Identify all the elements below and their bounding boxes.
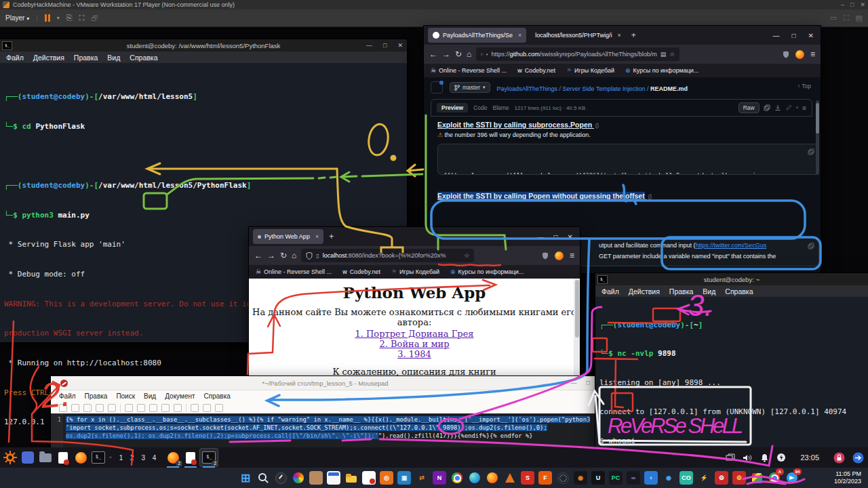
taskbar-app-icon[interactable]: ⊞ xyxy=(239,471,252,485)
maximize-button[interactable]: □ xyxy=(554,233,558,241)
tab-localhost-phptwig[interactable]: localhost/lesson5/PHPTwig/i× xyxy=(530,28,625,43)
bookmark-item[interactable]: ⚑Игры Кодебай xyxy=(566,67,614,74)
minimize-button[interactable]: — xyxy=(366,42,372,49)
taskbar-app-icon[interactable]: CO xyxy=(679,471,693,485)
tab-preview[interactable]: Preview xyxy=(437,103,468,113)
firefox-launcher-icon[interactable] xyxy=(72,449,90,466)
taskbar-app-icon[interactable] xyxy=(309,471,323,485)
taskbar-firefox-window[interactable]: 2 xyxy=(164,449,182,466)
session-icon[interactable] xyxy=(852,452,864,464)
taskbar-app-icon[interactable]: A xyxy=(768,471,781,485)
terminal-flask-titlebar[interactable]: $_ student@codeby: /var/www/html/lesson5… xyxy=(0,39,407,52)
reload-icon[interactable]: ↻ xyxy=(455,49,462,59)
terminal-launcher-icon[interactable]: $_ xyxy=(90,449,107,466)
bookmark-item[interactable]: ⊕Курсы по информаци... xyxy=(450,268,524,275)
taskbar-app-icon[interactable] xyxy=(344,471,358,485)
outline-icon[interactable]: ≡ xyxy=(802,104,806,112)
codeby-menu-icon[interactable] xyxy=(1,449,19,466)
menu-item[interactable]: Документ xyxy=(165,392,195,400)
breadcrumb-folder-link[interactable]: Server Side Template Injection xyxy=(563,85,646,92)
close-button[interactable]: ✕ xyxy=(397,42,403,49)
taskbar-app-icon[interactable] xyxy=(274,471,288,485)
save-as-icon[interactable] xyxy=(96,404,104,412)
pocket-shield-icon[interactable] xyxy=(783,51,789,58)
power-manager-icon[interactable] xyxy=(776,453,786,462)
taskbar-app-icon[interactable]: S xyxy=(521,471,534,485)
expand-view-icon[interactable]: ⛶ xyxy=(844,14,849,22)
branch-selector-button[interactable]: master▾ xyxy=(450,82,490,93)
find-icon[interactable] xyxy=(191,404,199,412)
console-view-icon[interactable]: ▭ xyxy=(829,14,836,22)
menu-item[interactable]: Справка xyxy=(725,287,753,296)
home-icon[interactable]: ⌂ xyxy=(292,251,296,260)
taskbar-app-icon[interactable] xyxy=(486,471,499,485)
pause-dropdown-icon[interactable]: ▾ xyxy=(57,15,60,21)
sidebar-toggle-icon[interactable] xyxy=(431,81,443,94)
edit-dropdown-icon[interactable]: ▾ xyxy=(796,105,799,110)
menu-item[interactable]: Файл xyxy=(6,54,24,62)
taskbar-app-icon[interactable]: F xyxy=(538,471,552,485)
taskbar-app-icon[interactable] xyxy=(256,471,270,485)
taskbar-app-icon[interactable] xyxy=(468,471,481,485)
vmware-maximize-button[interactable]: □ xyxy=(850,0,854,9)
back-icon[interactable]: ← xyxy=(429,49,437,59)
send-ctrl-alt-del-icon[interactable]: ⎘ xyxy=(66,14,73,22)
anchor-link-icon[interactable] xyxy=(647,194,653,200)
taskbar-app-icon[interactable]: ⚡ xyxy=(697,471,711,485)
forward-icon[interactable]: → xyxy=(267,251,275,260)
tab-python-web-app[interactable]: Python Web App× xyxy=(253,229,323,244)
home-icon[interactable]: ⌂ xyxy=(467,49,471,59)
file-manager-icon[interactable] xyxy=(37,449,54,466)
taskbar-app-icon[interactable]: ⇄ xyxy=(415,471,429,485)
minimize-button[interactable]: — xyxy=(571,380,577,386)
app-launcher-icon[interactable] xyxy=(19,449,37,466)
back-to-top-link[interactable]: ↑ Top xyxy=(797,83,811,89)
workspace-switcher[interactable]: 1 2 3 4 xyxy=(119,454,159,462)
menu-item[interactable]: Правка xyxy=(669,287,693,296)
notification-bell-icon[interactable] xyxy=(760,453,769,462)
copy-icon[interactable] xyxy=(764,104,770,111)
tab-code[interactable]: Code xyxy=(473,104,487,111)
new-tab-button[interactable]: + xyxy=(631,30,636,40)
taskbar-app-icon[interactable] xyxy=(450,471,464,485)
redo-icon[interactable] xyxy=(137,404,145,412)
scrollbar[interactable] xyxy=(816,100,819,175)
pocket-shield-icon[interactable] xyxy=(542,252,549,260)
pause-vm-button[interactable] xyxy=(45,14,50,22)
tab-payloadsallthethings[interactable]: PayloadsAllTheThings/Se× xyxy=(428,28,526,43)
taskbar-app-icon[interactable]: ◎ xyxy=(380,471,393,485)
open-icon[interactable] xyxy=(71,404,79,412)
mousepad-editor[interactable]: 1 {% for x in ().__class__.__base__.__su… xyxy=(51,413,599,447)
minimize-button[interactable]: — xyxy=(773,32,780,39)
menu-item[interactable]: Вид xyxy=(703,287,715,296)
taskbar-app-icon[interactable]: 94 xyxy=(785,471,799,485)
back-icon[interactable]: ← xyxy=(254,251,262,260)
close-button[interactable]: ✕ xyxy=(808,32,814,39)
bookmark-item[interactable]: ⚑Игры Кодебай xyxy=(391,268,439,275)
bookmark-item[interactable]: wCodeby.net xyxy=(517,67,555,74)
twitter-link[interactable]: https://twitter.com/SecGus xyxy=(696,242,767,249)
tab-blame[interactable]: Blame xyxy=(492,104,509,111)
vm-clock[interactable]: 23:05 xyxy=(800,453,819,462)
firefox-account-icon[interactable] xyxy=(555,251,564,260)
minimize-button[interactable]: — xyxy=(538,233,545,241)
undo-icon[interactable] xyxy=(125,404,133,412)
close-tab-icon[interactable]: × xyxy=(315,233,319,240)
raw-button[interactable]: Raw xyxy=(738,102,760,113)
copy-icon[interactable] xyxy=(161,404,170,412)
new-icon[interactable] xyxy=(59,404,67,412)
taskbar-mousepad-window[interactable] xyxy=(182,449,199,466)
hamburger-menu-icon[interactable]: ≡ xyxy=(810,49,815,59)
menu-item[interactable]: Справка xyxy=(130,54,157,62)
taskbar-app-icon[interactable]: ⚙ xyxy=(732,471,746,485)
scrollbar[interactable] xyxy=(574,279,580,378)
bookmark-item[interactable]: ⊕Курсы по информаци... xyxy=(625,67,698,74)
menu-item[interactable]: Файл xyxy=(59,392,76,400)
maximize-button[interactable]: □ xyxy=(587,380,590,386)
taskbar-app-icon[interactable]: ◉ xyxy=(574,471,587,485)
taskbar-app-icon[interactable] xyxy=(503,471,517,485)
window-list-icon[interactable] xyxy=(726,453,735,462)
save-icon[interactable] xyxy=(83,404,92,412)
bookmark-item[interactable]: ☠Online - Reverse Shell ... xyxy=(256,268,332,275)
firefox-account-icon[interactable] xyxy=(795,50,804,59)
